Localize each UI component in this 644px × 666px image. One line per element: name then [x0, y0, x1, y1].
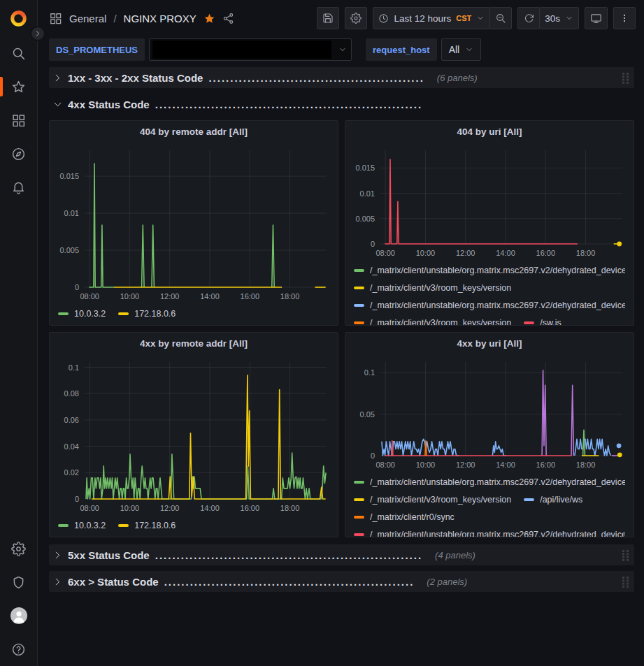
svg-text:14:00: 14:00 — [200, 292, 220, 301]
sidebar-item-starred[interactable] — [0, 70, 38, 103]
sidebar-item-explore[interactable] — [0, 137, 38, 171]
time-range-picker[interactable]: Last 12 hours CST — [373, 7, 490, 29]
sidebar — [0, 0, 38, 666]
search-icon — [11, 46, 26, 61]
sidebar-item-dashboards[interactable] — [0, 103, 38, 137]
panel-legend: 10.0.3.2172.18.0.6 — [50, 516, 338, 534]
timeseries-chart: 08:0010:0012:0014:0016:0018:0000.020.040… — [50, 354, 336, 516]
timezone-label: CST — [456, 14, 471, 22]
breadcrumb-separator: / — [113, 13, 116, 24]
panel-404-by-remote-addr: 404 by remote addr [All] 08:0010:0012:00… — [49, 120, 338, 326]
legend-item[interactable]: /sw.js — [524, 318, 561, 326]
panel-header[interactable]: 404 by remote addr [All] — [50, 121, 338, 142]
row-5xx[interactable]: 5xx Status Code ........................… — [49, 544, 634, 565]
request-host-variable-value[interactable]: All — [441, 38, 482, 61]
svg-text:12:00: 12:00 — [456, 461, 475, 469]
apps-grid-icon[interactable] — [49, 12, 62, 25]
drag-handle-icon[interactable] — [622, 549, 630, 561]
legend-item[interactable]: /_matrix/client/unstable/org.matrix.msc2… — [354, 266, 625, 275]
svg-text:12:00: 12:00 — [160, 504, 180, 512]
panel-header[interactable]: 4xx by remote addr [All] — [50, 333, 338, 354]
svg-text:12:00: 12:00 — [456, 249, 475, 257]
grafana-logo-icon — [9, 9, 28, 28]
drag-handle-icon[interactable] — [622, 72, 630, 84]
legend-label: 172.18.0.6 — [134, 309, 176, 319]
chart-area[interactable]: 08:0010:0012:0014:0016:0018:0000.050.1 — [345, 354, 634, 472]
panel-title: 404 by remote addr [All] — [140, 126, 248, 137]
svg-text:0.01: 0.01 — [64, 209, 79, 217]
legend-swatch — [58, 312, 69, 315]
sidebar-item-settings[interactable] — [0, 532, 38, 565]
kebab-menu-button[interactable] — [613, 7, 636, 29]
compass-icon — [11, 147, 26, 161]
panel-header[interactable]: 404 by uri [All] — [345, 121, 634, 142]
datasource-variable-value[interactable] — [149, 38, 352, 61]
sidebar-item-profile[interactable] — [0, 599, 38, 632]
panel-404-by-uri: 404 by uri [All] 08:0010:0012:0014:0016:… — [345, 120, 634, 326]
refresh-interval-picker[interactable]: 30s — [539, 7, 579, 29]
request-host-variable-label[interactable]: request_host — [366, 38, 437, 61]
svg-text:0.08: 0.08 — [64, 389, 79, 398]
legend-item[interactable]: 172.18.0.6 — [118, 521, 176, 530]
sidebar-item-help[interactable] — [0, 632, 38, 666]
legend-item[interactable]: /_matrix/client/unstable/org.matrix.msc2… — [354, 477, 625, 487]
sidebar-expand-button[interactable] — [30, 26, 45, 41]
svg-text:0: 0 — [75, 495, 79, 503]
share-icon[interactable] — [222, 13, 234, 24]
legend-label: /_matrix/client/v3/room_keys/version — [370, 283, 511, 293]
request-host-value: All — [449, 44, 460, 55]
datasource-variable-label[interactable]: DS_PROMETHEUS — [49, 38, 145, 61]
row-leader-dots: ........................................… — [155, 99, 422, 110]
dashboard-title[interactable]: NGINX PROXY — [124, 13, 196, 24]
chart-area[interactable]: 08:0010:0012:0014:0016:0018:0000.0050.01… — [50, 142, 338, 304]
svg-text:16:00: 16:00 — [536, 461, 556, 469]
legend-item[interactable]: /_matrix/client/v3/room_keys/version — [354, 283, 511, 293]
kebab-icon — [620, 13, 629, 24]
legend-swatch — [354, 269, 364, 272]
legend-item[interactable]: 10.0.3.2 — [58, 521, 106, 530]
sidebar-item-search[interactable] — [0, 36, 38, 70]
legend-swatch — [118, 524, 129, 527]
legend-label: /api/live/ws — [540, 495, 582, 505]
legend-item[interactable]: /api/live/ws — [524, 495, 582, 505]
svg-text:0.015: 0.015 — [59, 172, 79, 180]
refresh-icon — [524, 13, 534, 24]
panel-header[interactable]: 4xx by uri [All] — [345, 333, 634, 354]
svg-text:0.005: 0.005 — [59, 246, 79, 254]
row-4xx[interactable]: 4xx Status Code ........................… — [49, 94, 634, 115]
cycle-view-mode-button[interactable] — [585, 7, 608, 29]
sidebar-item-server-admin[interactable] — [0, 565, 38, 599]
svg-text:0: 0 — [371, 240, 375, 248]
panel-legend: /_matrix/client/unstable/org.matrix.msc2… — [345, 472, 634, 537]
breadcrumb-folder[interactable]: General — [69, 13, 106, 24]
legend-item[interactable]: 172.18.0.6 — [118, 309, 176, 319]
save-dashboard-button[interactable] — [317, 7, 339, 29]
shield-icon — [11, 575, 26, 590]
legend-item[interactable]: /_matrix/client/v3/room_keys/version — [354, 318, 511, 326]
dashboard-settings-button[interactable] — [345, 7, 367, 29]
svg-text:18:00: 18:00 — [280, 504, 300, 512]
chart-area[interactable]: 08:0010:0012:0014:0016:0018:0000.020.040… — [50, 354, 338, 516]
legend-item[interactable]: /_matrix/client/r0/sync — [354, 512, 455, 522]
drag-handle-icon[interactable] — [622, 576, 630, 588]
chevron-down-icon — [565, 14, 573, 22]
row-6xx[interactable]: 6xx > Status Code ......................… — [49, 571, 634, 592]
dashboards-grid-icon — [11, 113, 26, 128]
legend-item[interactable]: 10.0.3.2 — [58, 309, 106, 319]
person-icon — [10, 607, 27, 624]
legend-item[interactable]: /_matrix/client/unstable/org.matrix.msc2… — [354, 301, 625, 310]
sidebar-item-alerting[interactable] — [0, 171, 38, 204]
legend-item[interactable]: /_matrix/client/v3/room_keys/version — [354, 495, 511, 505]
refresh-interval-label: 30s — [545, 13, 560, 24]
zoom-out-time-button[interactable] — [489, 7, 512, 29]
star-filled-icon[interactable] — [203, 13, 215, 24]
svg-text:0.04: 0.04 — [64, 442, 79, 451]
refresh-button[interactable] — [517, 7, 540, 29]
row-1xx-3xx-2xx[interactable]: 1xx - 3xx - 2xx Status Code ............… — [49, 67, 634, 88]
svg-text:0.1: 0.1 — [364, 368, 375, 377]
legend-swatch — [354, 321, 364, 324]
svg-text:08:00: 08:00 — [375, 249, 395, 257]
legend-item[interactable]: /_matrix/client/unstable/org.matrix.msc2… — [354, 530, 625, 537]
chart-area[interactable]: 08:0010:0012:0014:0016:0018:0000.0050.01… — [345, 142, 634, 261]
svg-text:0: 0 — [371, 451, 375, 460]
